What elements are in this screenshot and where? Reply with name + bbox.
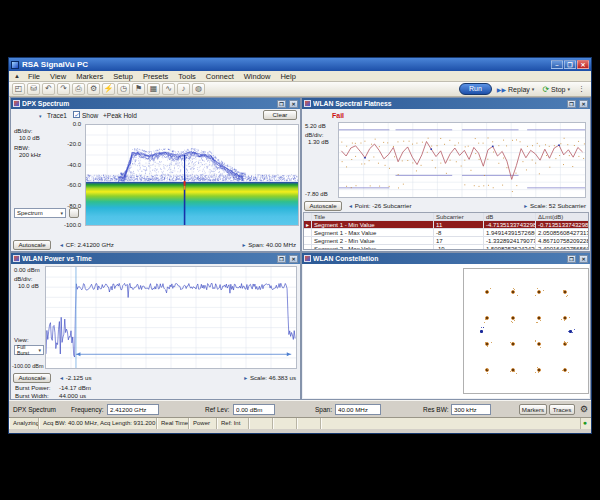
ref-lev-field[interactable] bbox=[233, 404, 275, 415]
top-ref-value[interactable]: 5.20 dB bbox=[305, 123, 326, 130]
menu-tools[interactable]: Tools bbox=[173, 72, 201, 81]
dpx-title-bar[interactable]: DPX Spectrum ❐ ✕ bbox=[11, 98, 300, 109]
panel-maximize-icon[interactable]: ❐ bbox=[567, 255, 576, 263]
bottom-ref-value[interactable]: -7.80 dB bbox=[305, 191, 328, 198]
rbw-value[interactable]: 200 kHz bbox=[19, 152, 41, 159]
settings-gear-icon[interactable]: ⚙ bbox=[580, 404, 588, 414]
clear-button[interactable]: Clear bbox=[263, 110, 297, 120]
db-div-value[interactable]: 10.0 dB bbox=[18, 283, 39, 290]
constellation-speck bbox=[511, 321, 512, 322]
table-row[interactable]: Segment 2 - Min Value 17 -1.332892417907… bbox=[304, 237, 588, 245]
right-arrow-icon[interactable]: ► bbox=[523, 203, 528, 209]
replay-button[interactable]: ▶▶ Replay ▾ bbox=[494, 86, 538, 93]
analysis-icon[interactable]: ∿ bbox=[162, 83, 175, 95]
flatness-title-bar[interactable]: WLAN Spectral Flatness ❐ ✕ bbox=[302, 98, 590, 109]
cf-readout[interactable]: ◄ CF: 2.41200 GHz bbox=[59, 240, 114, 250]
flatness-plot[interactable] bbox=[338, 122, 586, 198]
pin-icon[interactable]: ▲ bbox=[11, 73, 23, 79]
time-settings-icon[interactable]: ◷ bbox=[117, 83, 130, 95]
display-mode-select[interactable]: Spectrum ▾ bbox=[14, 208, 66, 218]
cell-subcarrier: -8 bbox=[434, 229, 484, 236]
autoscale-button[interactable]: Autoscale bbox=[13, 240, 51, 250]
menu-window[interactable]: Window bbox=[239, 72, 276, 81]
print-icon[interactable]: ⎙ bbox=[72, 83, 85, 95]
db-div-value[interactable]: 1.30 dB bbox=[308, 139, 329, 146]
trigger-icon[interactable]: ⚡ bbox=[102, 83, 115, 95]
constellation-box[interactable] bbox=[463, 268, 589, 394]
menu-setup[interactable]: Setup bbox=[108, 72, 138, 81]
panel-maximize-icon[interactable]: ❐ bbox=[567, 100, 576, 108]
redo-icon[interactable]: ↷ bbox=[57, 83, 70, 95]
left-arrow-icon[interactable]: ◄ bbox=[59, 375, 64, 381]
window-title: RSA SignalVu PC bbox=[22, 60, 550, 69]
bottom-ref-value[interactable]: -100.00 dBm bbox=[12, 363, 44, 370]
scale-readout[interactable]: ► Scale: 52 Subcarrier bbox=[523, 201, 586, 211]
offset-readout[interactable]: ◄ -2.125 us bbox=[59, 373, 92, 383]
span-readout[interactable]: ► Span: 40.00 MHz bbox=[241, 240, 296, 250]
overflow-icon[interactable]: ⋮ bbox=[575, 85, 588, 93]
right-arrow-icon[interactable]: ► bbox=[243, 375, 248, 381]
show-label: Show bbox=[82, 112, 98, 119]
trace-dropdown-caret[interactable]: ▾ bbox=[39, 113, 42, 120]
table-row[interactable]: ▸ Segment 1 - Min Value 11 -4.7135133743… bbox=[304, 221, 588, 229]
trace-selector[interactable]: Trace1 bbox=[47, 112, 67, 119]
top-ref-value[interactable]: 0.00 dBm bbox=[14, 267, 40, 274]
maximize-button[interactable]: ❐ bbox=[564, 60, 576, 69]
autoscale-button[interactable]: Autoscale bbox=[304, 201, 342, 211]
dpx-plot[interactable] bbox=[85, 124, 299, 226]
col-db[interactable]: dB bbox=[484, 213, 536, 220]
menu-file[interactable]: File bbox=[23, 72, 45, 81]
span-field[interactable] bbox=[335, 404, 381, 415]
stop-button[interactable]: ⟳ Stop ▾ bbox=[539, 85, 573, 94]
traces-button[interactable]: Traces bbox=[549, 404, 575, 415]
panel-maximize-icon[interactable]: ❐ bbox=[277, 255, 286, 263]
constellation-speck bbox=[537, 367, 538, 368]
constellation-title-bar[interactable]: WLAN Constellation ❐ ✕ bbox=[302, 253, 590, 264]
right-arrow-icon[interactable]: ► bbox=[241, 242, 246, 248]
minimize-button[interactable]: – bbox=[551, 60, 563, 69]
pvt-plot[interactable] bbox=[45, 266, 297, 369]
open-file-icon[interactable]: ◰ bbox=[12, 83, 25, 95]
display-grid-button[interactable] bbox=[69, 208, 79, 218]
panel-close-icon[interactable]: ✕ bbox=[289, 255, 298, 263]
view-select[interactable]: Full Burst ▾ bbox=[14, 345, 44, 355]
point-readout[interactable]: ◄ Point: -26 Subcarrier bbox=[348, 201, 411, 211]
markers-button[interactable]: Markers bbox=[519, 404, 547, 415]
presets-icon[interactable]: ◍ bbox=[192, 83, 205, 95]
frequency-field[interactable] bbox=[107, 404, 159, 415]
table-row[interactable]: Segment 1 - Max Value -8 1.9491439157268… bbox=[304, 229, 588, 237]
window-title-bar[interactable]: RSA SignalVu PC – ❐ ✕ bbox=[9, 58, 591, 71]
autoscale-button[interactable]: Autoscale bbox=[13, 373, 51, 383]
close-button[interactable]: ✕ bbox=[577, 60, 589, 69]
markers-icon[interactable]: ⚑ bbox=[132, 83, 145, 95]
panel-close-icon[interactable]: ✕ bbox=[289, 100, 298, 108]
menu-markers[interactable]: Markers bbox=[71, 72, 108, 81]
peak-hold-label[interactable]: +Peak Hold bbox=[103, 112, 137, 119]
displays-icon[interactable]: ▦ bbox=[147, 83, 160, 95]
res-bw-field[interactable] bbox=[451, 404, 491, 415]
menu-view[interactable]: View bbox=[45, 72, 71, 81]
undo-icon[interactable]: ↶ bbox=[42, 83, 55, 95]
audio-icon[interactable]: ♪ bbox=[177, 83, 190, 95]
left-arrow-icon[interactable]: ◄ bbox=[59, 242, 64, 248]
menu-presets[interactable]: Presets bbox=[138, 72, 173, 81]
run-button[interactable]: Run bbox=[459, 83, 492, 95]
scale-readout[interactable]: ► Scale: 46.383 us bbox=[243, 373, 296, 383]
menu-help[interactable]: Help bbox=[275, 72, 300, 81]
menu-connect[interactable]: Connect bbox=[201, 72, 239, 81]
panel-maximize-icon[interactable]: ❐ bbox=[277, 100, 286, 108]
constellation-speck bbox=[564, 341, 565, 342]
show-checkbox[interactable]: ✓ bbox=[73, 111, 80, 118]
left-arrow-icon[interactable]: ◄ bbox=[348, 203, 353, 209]
acquisition-settings-icon[interactable]: ⚙ bbox=[87, 83, 100, 95]
db-div-value[interactable]: 10.0 dB bbox=[19, 135, 40, 142]
col-title[interactable]: Title bbox=[312, 213, 434, 220]
panel-close-icon[interactable]: ✕ bbox=[579, 255, 588, 263]
col-subcarrier[interactable]: Subcarrier bbox=[434, 213, 484, 220]
ref-lev-label: Ref Lev: bbox=[205, 406, 229, 413]
save-icon[interactable]: ⛁ bbox=[27, 83, 40, 95]
panel-close-icon[interactable]: ✕ bbox=[579, 100, 588, 108]
table-row[interactable]: Segment 2 - Max Value -19 1.509835362434… bbox=[304, 245, 588, 250]
pvt-title-bar[interactable]: WLAN Power vs Time ❐ ✕ bbox=[11, 253, 300, 264]
col-dlmt[interactable]: ΔLmt(dB) bbox=[536, 213, 588, 220]
